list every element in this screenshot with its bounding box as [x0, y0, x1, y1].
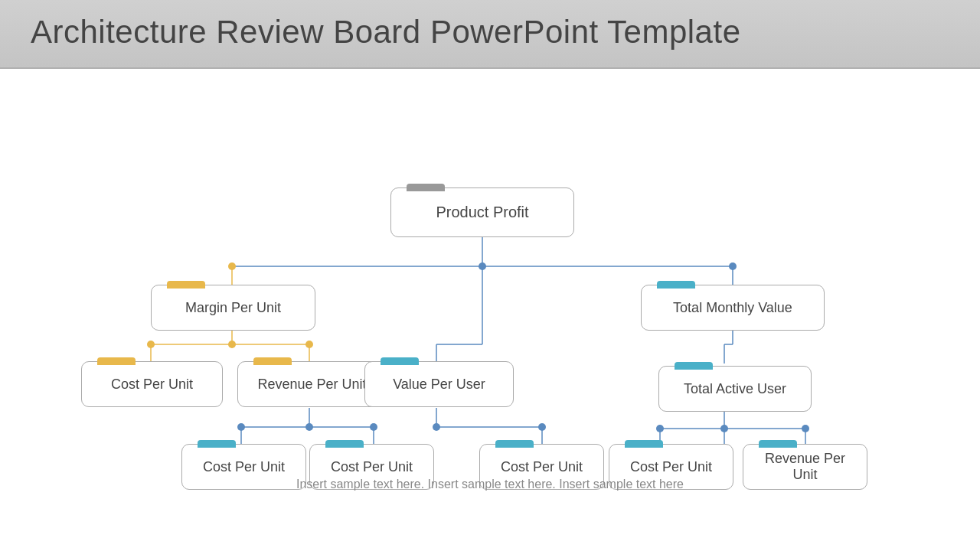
node-cost-per-unit-1: Cost Per Unit — [81, 361, 223, 407]
svg-point-35 — [720, 425, 728, 432]
header: Architecture Review Board PowerPoint Tem… — [0, 0, 980, 69]
node-value-per-user: Value Per User — [364, 361, 514, 407]
svg-point-10 — [228, 341, 236, 348]
svg-point-3 — [479, 262, 486, 270]
svg-point-4 — [729, 262, 737, 270]
svg-point-11 — [305, 341, 313, 348]
page-title: Architecture Review Board PowerPoint Tem… — [31, 14, 949, 51]
svg-point-25 — [433, 423, 440, 431]
diagram-area: Product Profit Margin Per Unit Total Mon… — [0, 69, 980, 505]
node-total-monthly-value: Total Monthly Value — [641, 285, 825, 331]
svg-point-17 — [305, 423, 313, 431]
node-total-active-user: Total Active User — [658, 366, 812, 412]
svg-point-36 — [802, 425, 809, 432]
svg-point-18 — [370, 423, 377, 431]
svg-point-9 — [147, 341, 155, 348]
node-margin-per-unit: Margin Per Unit — [151, 285, 315, 331]
node-product-profit: Product Profit — [390, 187, 574, 237]
connectors-svg — [0, 69, 980, 505]
footer-text: Insert sample text here. Insert sample t… — [0, 478, 980, 491]
svg-point-27 — [538, 423, 546, 431]
svg-point-16 — [237, 423, 245, 431]
svg-point-2 — [228, 262, 236, 270]
svg-point-34 — [656, 425, 664, 432]
